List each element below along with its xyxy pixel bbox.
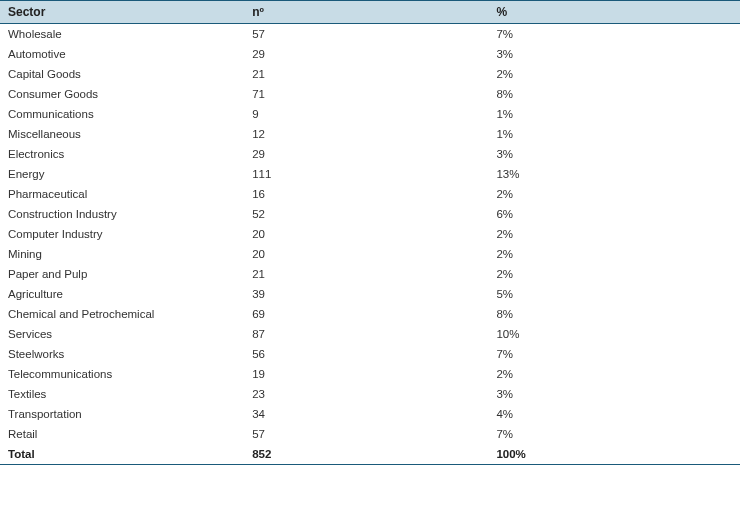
cell-sector: Computer Industry	[0, 224, 244, 244]
cell-sector: Consumer Goods	[0, 84, 244, 104]
cell-n: 9	[244, 104, 488, 124]
table-row: Electronics293%	[0, 144, 740, 164]
cell-sector: Telecommunications	[0, 364, 244, 384]
table-row: Computer Industry202%	[0, 224, 740, 244]
cell-pct: 2%	[488, 224, 740, 244]
table-row: Paper and Pulp212%	[0, 264, 740, 284]
cell-sector: Capital Goods	[0, 64, 244, 84]
cell-pct: 6%	[488, 204, 740, 224]
cell-sector: Retail	[0, 424, 244, 444]
cell-n: 57	[244, 24, 488, 45]
table-row: Energy11113%	[0, 164, 740, 184]
cell-pct: 3%	[488, 384, 740, 404]
cell-sector: Automotive	[0, 44, 244, 64]
cell-n: 16	[244, 184, 488, 204]
cell-n: 69	[244, 304, 488, 324]
table-row: Pharmaceutical162%	[0, 184, 740, 204]
cell-n: 29	[244, 44, 488, 64]
total-label: Total	[0, 444, 244, 464]
cell-pct: 3%	[488, 144, 740, 164]
table-row: Wholesale577%	[0, 24, 740, 45]
table-row: Retail577%	[0, 424, 740, 444]
cell-sector: Services	[0, 324, 244, 344]
cell-n: 21	[244, 64, 488, 84]
table-row: Chemical and Petrochemical698%	[0, 304, 740, 324]
cell-sector: Construction Industry	[0, 204, 244, 224]
total-n: 852	[244, 444, 488, 464]
cell-pct: 2%	[488, 244, 740, 264]
table-row: Consumer Goods718%	[0, 84, 740, 104]
sector-table: Sector nº % Wholesale577%Automotive293%C…	[0, 1, 740, 464]
cell-pct: 5%	[488, 284, 740, 304]
cell-sector: Mining	[0, 244, 244, 264]
table-row: Automotive293%	[0, 44, 740, 64]
cell-n: 57	[244, 424, 488, 444]
sector-table-container: Sector nº % Wholesale577%Automotive293%C…	[0, 0, 740, 465]
table-row: Communications91%	[0, 104, 740, 124]
cell-pct: 4%	[488, 404, 740, 424]
cell-pct: 7%	[488, 344, 740, 364]
table-row: Mining202%	[0, 244, 740, 264]
cell-pct: 2%	[488, 364, 740, 384]
cell-n: 111	[244, 164, 488, 184]
table-row: Construction Industry526%	[0, 204, 740, 224]
table-header-row: Sector nº %	[0, 1, 740, 24]
cell-pct: 1%	[488, 104, 740, 124]
table-row: Agriculture395%	[0, 284, 740, 304]
cell-pct: 7%	[488, 424, 740, 444]
cell-n: 20	[244, 224, 488, 244]
cell-n: 34	[244, 404, 488, 424]
cell-sector: Paper and Pulp	[0, 264, 244, 284]
header-n: nº	[244, 1, 488, 24]
table-row: Miscellaneous121%	[0, 124, 740, 144]
cell-sector: Steelworks	[0, 344, 244, 364]
cell-sector: Transportation	[0, 404, 244, 424]
cell-n: 71	[244, 84, 488, 104]
cell-sector: Energy	[0, 164, 244, 184]
table-row: Steelworks567%	[0, 344, 740, 364]
table-body: Wholesale577%Automotive293%Capital Goods…	[0, 24, 740, 445]
cell-n: 39	[244, 284, 488, 304]
cell-sector: Wholesale	[0, 24, 244, 45]
table-row: Services8710%	[0, 324, 740, 344]
cell-pct: 2%	[488, 64, 740, 84]
cell-sector: Pharmaceutical	[0, 184, 244, 204]
cell-pct: 13%	[488, 164, 740, 184]
cell-pct: 10%	[488, 324, 740, 344]
cell-n: 19	[244, 364, 488, 384]
cell-n: 20	[244, 244, 488, 264]
total-pct: 100%	[488, 444, 740, 464]
cell-n: 21	[244, 264, 488, 284]
cell-sector: Textiles	[0, 384, 244, 404]
table-total-row: Total 852 100%	[0, 444, 740, 464]
cell-sector: Communications	[0, 104, 244, 124]
cell-sector: Miscellaneous	[0, 124, 244, 144]
cell-n: 23	[244, 384, 488, 404]
header-pct: %	[488, 1, 740, 24]
table-row: Telecommunications192%	[0, 364, 740, 384]
cell-n: 52	[244, 204, 488, 224]
cell-pct: 2%	[488, 184, 740, 204]
cell-n: 56	[244, 344, 488, 364]
cell-pct: 1%	[488, 124, 740, 144]
cell-pct: 8%	[488, 304, 740, 324]
cell-pct: 8%	[488, 84, 740, 104]
cell-n: 87	[244, 324, 488, 344]
cell-n: 12	[244, 124, 488, 144]
cell-pct: 2%	[488, 264, 740, 284]
cell-pct: 7%	[488, 24, 740, 45]
cell-sector: Chemical and Petrochemical	[0, 304, 244, 324]
cell-n: 29	[244, 144, 488, 164]
table-row: Capital Goods212%	[0, 64, 740, 84]
cell-pct: 3%	[488, 44, 740, 64]
table-row: Transportation344%	[0, 404, 740, 424]
cell-sector: Agriculture	[0, 284, 244, 304]
header-sector: Sector	[0, 1, 244, 24]
table-row: Textiles233%	[0, 384, 740, 404]
cell-sector: Electronics	[0, 144, 244, 164]
